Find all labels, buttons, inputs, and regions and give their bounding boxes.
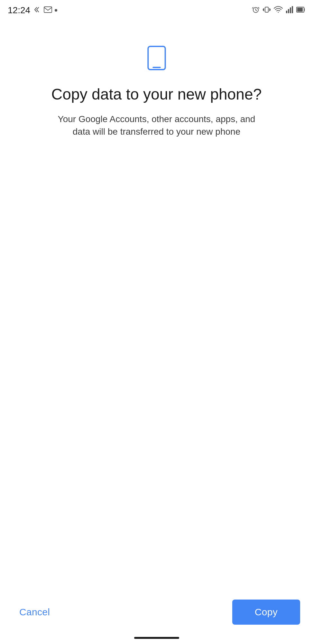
copy-button[interactable]: Copy (232, 600, 300, 625)
phone-icon (144, 45, 170, 85)
svg-rect-2 (265, 7, 268, 12)
svg-rect-4 (286, 11, 287, 13)
bottom-bar: Cancel Copy (0, 600, 313, 625)
svg-rect-7 (292, 6, 293, 13)
back-arrow-icon (34, 7, 41, 14)
notification-dot-icon (55, 9, 57, 12)
vibrate-icon (263, 6, 271, 15)
page-title: Copy data to your new phone? (51, 85, 262, 104)
page-subtitle: Your Google Accounts, other accounts, ap… (57, 113, 256, 138)
svg-rect-9 (297, 8, 303, 12)
wifi-icon (274, 6, 283, 14)
svg-rect-5 (288, 9, 289, 13)
status-time: 12:24 (8, 5, 30, 15)
svg-rect-10 (148, 46, 165, 70)
gmail-icon (44, 6, 52, 14)
svg-rect-0 (44, 7, 52, 13)
status-icons-right (252, 6, 305, 15)
home-indicator (134, 637, 179, 639)
battery-icon (296, 6, 305, 14)
status-icons-left (34, 6, 57, 14)
main-content: Copy data to your new phone? Your Google… (0, 19, 313, 138)
cancel-button[interactable]: Cancel (13, 600, 56, 624)
alarm-icon (252, 6, 260, 15)
status-bar-left: 12:24 (8, 5, 57, 15)
signal-icon (286, 6, 293, 14)
status-bar: 12:24 (0, 0, 313, 19)
svg-point-3 (278, 12, 279, 13)
svg-rect-6 (290, 7, 291, 13)
